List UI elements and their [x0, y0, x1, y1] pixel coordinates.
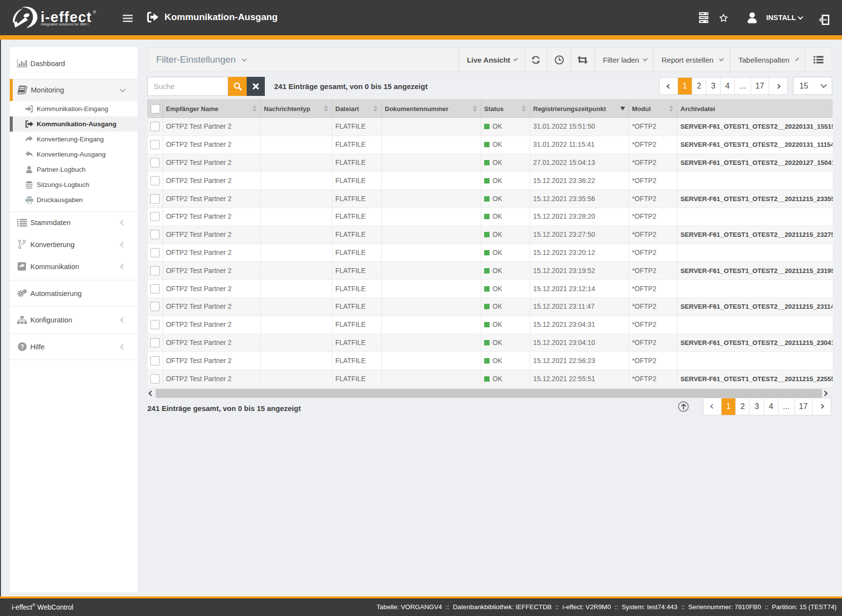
svg-text:®: ®: [93, 10, 96, 15]
svg-text:?: ?: [20, 343, 24, 350]
svg-text:integrated solutions for IBM i: integrated solutions for IBM i: [41, 22, 89, 26]
